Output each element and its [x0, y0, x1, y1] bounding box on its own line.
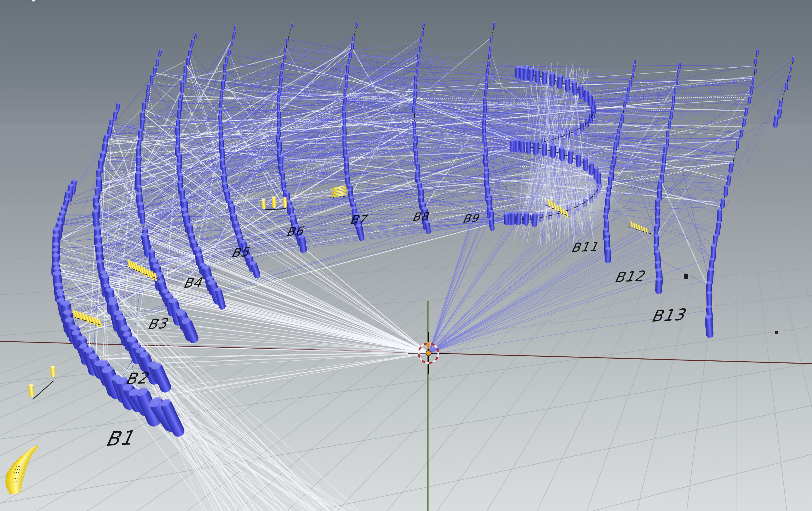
- blender-3d-viewport[interactable]: B1B2B3B4B5B6B7B8B9B11B12B13: [0, 0, 812, 511]
- highlight-cluster-y-strip-b1-base[interactable]: [5, 445, 39, 494]
- scene-canvas: [0, 0, 812, 511]
- origin-handle: [427, 342, 430, 349]
- origin-dot: [426, 350, 431, 356]
- connection-lines: [56, 35, 793, 511]
- black-speck-1: [684, 274, 688, 279]
- white-speck-top: [32, 0, 35, 1]
- black-speck-2: [775, 331, 778, 334]
